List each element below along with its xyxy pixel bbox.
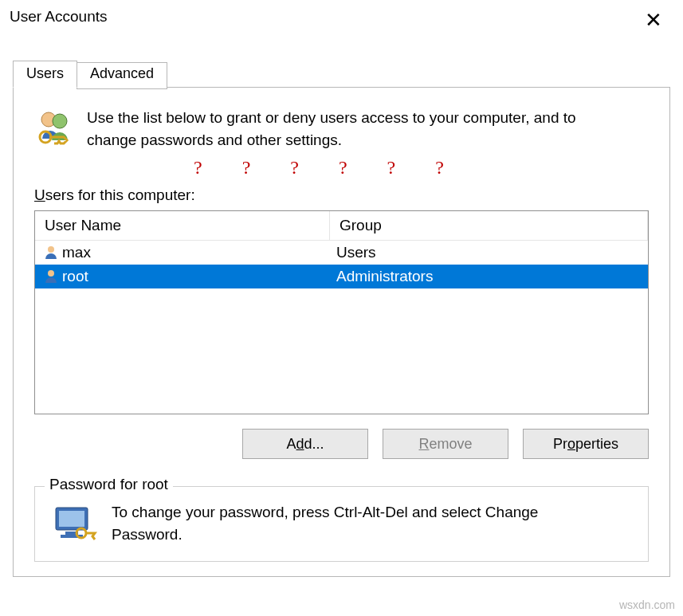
tab-strip: Users Advanced [13,61,683,88]
watermark: wsxdn.com [619,598,675,611]
tab-users[interactable]: Users [13,61,77,88]
users-keys-icon [34,107,76,152]
users-listbox[interactable]: User Name Group max Users root Administr… [34,210,649,414]
cell-group: Administrators [330,265,648,288]
password-group-legend: Password for root [45,476,173,493]
remove-button[interactable]: Remove [383,429,508,459]
column-user-name[interactable]: User Name [35,211,330,240]
column-group[interactable]: Group [330,211,648,240]
table-row[interactable]: root Administrators [35,265,648,288]
cell-user-name: root [62,268,88,285]
cell-group: Users [330,241,648,265]
add-button[interactable]: Add... [242,429,368,459]
users-list-label: Users for this computer: [34,186,649,204]
password-instruction-text: To change your password, press Ctrl-Alt-… [112,501,590,545]
cell-user-name: max [62,244,91,261]
password-groupbox: Password for root To change your passwor… [34,486,649,562]
svg-rect-6 [59,511,84,527]
svg-point-3 [48,246,54,253]
close-icon[interactable]: ✕ [638,8,669,32]
intro-text: Use the list below to grant or deny user… [87,107,597,152]
user-icon [43,245,59,261]
table-row[interactable]: max Users [35,241,648,265]
overlay-question-marks: ? ? ? ? ? ? [194,157,649,179]
list-header: User Name Group [35,211,648,241]
svg-point-4 [48,270,54,277]
tab-panel-users: Use the list below to grant or deny user… [13,87,670,577]
tab-advanced[interactable]: Advanced [77,62,167,89]
svg-point-1 [53,114,67,128]
window-title: User Accounts [10,8,108,26]
properties-button[interactable]: Properties [523,429,649,459]
button-row: Add... Remove Properties [34,429,649,459]
user-icon [43,269,59,284]
monitor-key-icon [51,501,97,551]
